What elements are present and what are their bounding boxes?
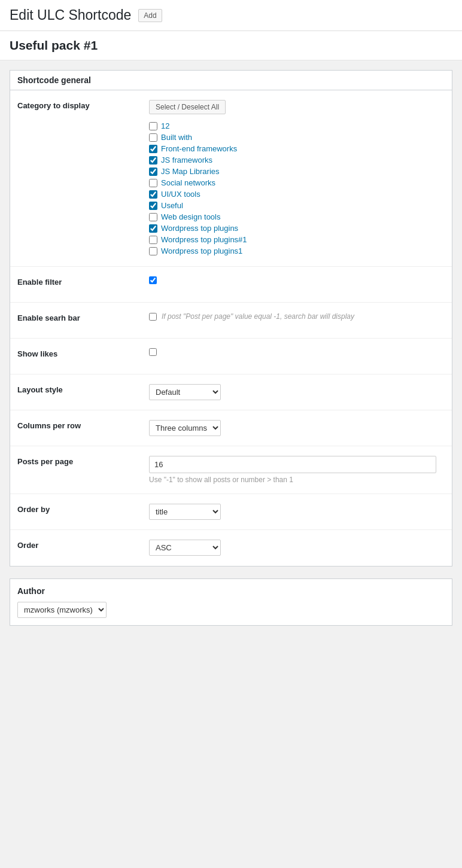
- field-content-enable-search-bar: If post "Post per page" value equal -1, …: [149, 312, 445, 321]
- label-enable-search-bar: Enable searh bar: [17, 312, 149, 322]
- label-cat-social[interactable]: Social networks: [161, 178, 215, 187]
- shortcode-general-title: Shortcode general: [10, 71, 452, 90]
- category-checkbox-list: 12 Built with Front-end frameworks: [149, 120, 445, 257]
- label-order-by: Order by: [17, 504, 149, 514]
- checkbox-cat-12[interactable]: [149, 122, 157, 130]
- list-item: JS frameworks: [149, 154, 445, 166]
- order-by-select[interactable]: title date ID name modified rand: [149, 504, 221, 520]
- author-select[interactable]: mzworks (mzworks): [17, 602, 107, 618]
- label-order: Order: [17, 540, 149, 550]
- list-item: Social networks: [149, 177, 445, 188]
- checkbox-cat-jsmap[interactable]: [149, 167, 157, 176]
- list-item: JS Map Libraries: [149, 166, 445, 177]
- label-category-to-display: Category to display: [17, 100, 149, 110]
- field-content-order: ASC DESC: [149, 540, 445, 556]
- label-layout-style: Layout style: [17, 384, 149, 394]
- checkbox-cat-wptopplugins1h[interactable]: [149, 236, 157, 244]
- list-item: Built with: [149, 132, 445, 143]
- list-item: Useful: [149, 200, 445, 211]
- list-item: Web design tools: [149, 211, 445, 223]
- field-enable-filter: Enable filter: [10, 267, 452, 303]
- columns-per-row-select[interactable]: One column Two columns Three columns Fou…: [149, 420, 221, 436]
- field-content-order-by: title date ID name modified rand: [149, 504, 445, 520]
- label-enable-filter: Enable filter: [17, 276, 149, 287]
- posts-per-page-input[interactable]: [149, 456, 436, 473]
- list-item: UI/UX tools: [149, 188, 445, 200]
- label-columns-per-row: Columns per row: [17, 420, 149, 430]
- checkbox-cat-webdesign[interactable]: [149, 213, 157, 221]
- checkbox-cat-wptopplugins[interactable]: [149, 224, 157, 233]
- post-title-text: Useful pack #1: [10, 38, 452, 53]
- list-item: Wordpress top plugins#1: [149, 234, 445, 245]
- list-item: 12: [149, 120, 445, 132]
- label-cat-12[interactable]: 12: [161, 121, 169, 130]
- field-content-layout-style: Default Grid List: [149, 384, 445, 400]
- checkbox-cat-useful[interactable]: [149, 202, 157, 210]
- list-item: Front-end frameworks: [149, 143, 445, 154]
- label-show-likes: Show likes: [17, 348, 149, 358]
- field-show-likes: Show likes: [10, 339, 452, 374]
- field-category-to-display: Category to display Select / Deselect Al…: [10, 90, 452, 267]
- checkbox-show-likes[interactable]: [149, 348, 157, 356]
- shortcode-general-content: Category to display Select / Deselect Al…: [10, 90, 452, 566]
- author-box-title: Author: [17, 586, 445, 596]
- add-button[interactable]: Add: [138, 9, 162, 22]
- label-cat-wptopplugins1[interactable]: Wordpress top plugins1: [161, 246, 242, 255]
- field-content-enable-filter: [149, 276, 445, 286]
- field-posts-per-page: Posts per page Use "-1" to show all post…: [10, 446, 452, 494]
- author-box: Author mzworks (mzworks): [10, 578, 452, 626]
- field-order-by: Order by title date ID name modified ran…: [10, 494, 452, 530]
- checkbox-enable-search-bar[interactable]: [149, 313, 157, 321]
- label-cat-jsmap[interactable]: JS Map Libraries: [161, 167, 220, 176]
- label-cat-builtwith[interactable]: Built with: [161, 133, 192, 142]
- field-layout-style: Layout style Default Grid List: [10, 374, 452, 410]
- list-item: Wordpress top plugins: [149, 223, 445, 234]
- label-cat-wptopplugins1h[interactable]: Wordpress top plugins#1: [161, 235, 247, 244]
- checkbox-cat-frontend[interactable]: [149, 145, 157, 153]
- checkbox-cat-builtwith[interactable]: [149, 133, 157, 142]
- label-cat-uiux[interactable]: UI/UX tools: [161, 190, 200, 199]
- list-item: Wordpress top plugins1: [149, 245, 445, 257]
- shortcode-general-box: Shortcode general Category to display Se…: [10, 70, 452, 567]
- order-select[interactable]: ASC DESC: [149, 540, 221, 556]
- checkbox-cat-jsframeworks[interactable]: [149, 156, 157, 165]
- label-cat-frontend[interactable]: Front-end frameworks: [161, 144, 237, 153]
- page-title: Edit ULC Shortcode: [10, 7, 131, 23]
- checkbox-cat-wptopplugins1[interactable]: [149, 247, 157, 255]
- checkbox-cat-social[interactable]: [149, 179, 157, 187]
- field-content-category: Select / Deselect All 12 Built with F: [149, 100, 445, 257]
- label-cat-useful[interactable]: Useful: [161, 201, 183, 210]
- page-header: Edit ULC Shortcode Add: [0, 0, 462, 31]
- select-deselect-all-button[interactable]: Select / Deselect All: [149, 100, 226, 114]
- checkbox-enable-filter[interactable]: [149, 276, 157, 284]
- label-cat-webdesign[interactable]: Web design tools: [161, 212, 221, 221]
- checkbox-cat-uiux[interactable]: [149, 190, 157, 199]
- layout-style-select[interactable]: Default Grid List: [149, 384, 221, 400]
- label-cat-wptopplugins[interactable]: Wordpress top plugins: [161, 224, 238, 233]
- label-posts-per-page: Posts per page: [17, 456, 149, 466]
- search-bar-hint: If post "Post per page" value equal -1, …: [162, 312, 354, 321]
- field-content-posts-per-page: Use "-1" to show all posts or number > t…: [149, 456, 445, 484]
- main-content: Shortcode general Category to display Se…: [0, 60, 462, 635]
- label-cat-jsframeworks[interactable]: JS frameworks: [161, 156, 212, 165]
- field-content-columns-per-row: One column Two columns Three columns Fou…: [149, 420, 445, 436]
- field-columns-per-row: Columns per row One column Two columns T…: [10, 410, 452, 446]
- post-title-bar: Useful pack #1: [0, 31, 462, 60]
- field-content-show-likes: [149, 348, 445, 358]
- field-enable-search-bar: Enable searh bar If post "Post per page"…: [10, 303, 452, 339]
- posts-per-page-hint: Use "-1" to show all posts or number > t…: [149, 476, 445, 484]
- field-order: Order ASC DESC: [10, 530, 452, 566]
